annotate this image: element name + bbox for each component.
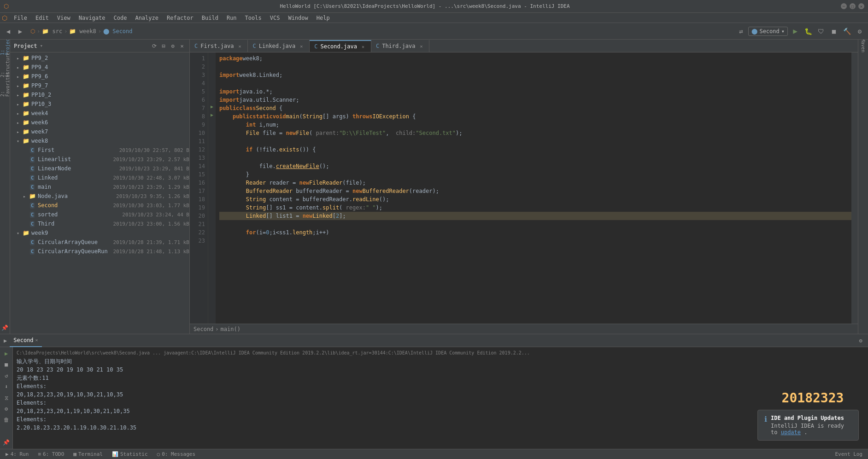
tree-item-week8[interactable]: ▾📁week8 xyxy=(10,136,189,145)
line-number-18: 18 xyxy=(190,195,208,203)
panel-settings-icon[interactable]: ⚙ xyxy=(169,42,176,50)
panel-dropdown-icon[interactable]: ▾ xyxy=(40,43,43,49)
tree-item-week9[interactable]: ▾📁week9 xyxy=(10,228,189,238)
tab-close-second[interactable]: ✕ xyxy=(360,43,366,50)
notification-update-link[interactable]: update xyxy=(781,429,801,436)
forward-button[interactable]: ▶ xyxy=(15,26,26,37)
run-restart-button[interactable]: ↺ xyxy=(2,371,11,380)
tree-item-linked[interactable]: CLinked2019/10/30 22:48, 3.07 kB xyxy=(10,173,189,182)
terminal-status-label: Terminal xyxy=(78,451,103,457)
project-tree: ▸📁PP9_2▸📁PP9_4▸📁PP9_6▸📁PP9_7▸📁PP10_2▸📁PP… xyxy=(10,52,189,334)
sync-icon[interactable]: ⇄ xyxy=(735,26,746,37)
maven-icon[interactable]: Maven xyxy=(859,41,868,50)
tab-second-java[interactable]: C Second.java ✕ xyxy=(310,40,371,52)
breadcrumb-project[interactable]: ⬡ xyxy=(30,28,35,35)
tree-item-circulararrayqueuerun[interactable]: CCircularArrayQueueRun2019/10/28 21:48, … xyxy=(10,247,189,256)
tree-item-week6[interactable]: ▸📁week6 xyxy=(10,118,189,127)
menu-analyze[interactable]: Analyze xyxy=(131,14,162,22)
tree-node-icon: 📁 xyxy=(22,64,29,71)
tab-close-linked[interactable]: ✕ xyxy=(298,43,305,49)
run-configuration[interactable]: ⬤ Second ▾ xyxy=(748,27,788,36)
tab-linked-java[interactable]: C Linked.java ✕ xyxy=(248,40,310,52)
sync-files-icon[interactable]: ⟳ xyxy=(151,42,158,50)
run-trash-button[interactable]: 🗑 xyxy=(2,415,11,424)
panel-hide-icon[interactable]: ✕ xyxy=(178,42,186,50)
run-with-coverage-button[interactable]: 🛡 xyxy=(815,26,827,37)
project-icon[interactable]: 1: Project xyxy=(1,41,9,50)
tree-item-week4[interactable]: ▸📁week4 xyxy=(10,109,189,118)
tab-close-third[interactable]: ✕ xyxy=(418,43,424,49)
tree-item-sorted[interactable]: Csorted2019/10/23 23:24, 44 B xyxy=(10,210,189,219)
run-pin-button[interactable]: 📌 xyxy=(2,438,11,447)
back-button[interactable]: ◀ xyxy=(3,26,14,37)
menu-code[interactable]: Code xyxy=(110,14,131,22)
structure-icon[interactable]: 2: Structure xyxy=(1,61,9,69)
menu-edit[interactable]: Edit xyxy=(32,14,53,22)
run-filter-button[interactable]: ⧖ xyxy=(2,393,11,402)
run-settings-icon[interactable]: ⚙ xyxy=(857,337,864,344)
tree-item-linearnode[interactable]: CLinearNode2019/10/23 23:29, 841 B xyxy=(10,164,189,173)
run-stop-button[interactable]: ■ xyxy=(2,360,11,369)
menu-file[interactable]: File xyxy=(10,14,31,22)
status-right: Event Log xyxy=(833,451,864,457)
collapse-all-icon[interactable]: ⊟ xyxy=(160,42,167,50)
tree-node-icon: 📁 xyxy=(22,54,29,62)
status-run[interactable]: ▶ 4: Run xyxy=(4,451,30,457)
menu-tools[interactable]: Tools xyxy=(241,14,265,22)
menu-run[interactable]: Run xyxy=(223,14,240,22)
editor-scrollbar[interactable] xyxy=(851,52,858,324)
code-editor[interactable]: 1234567891011121314151617181920212223 ▶▶… xyxy=(190,52,858,324)
menu-window[interactable]: Window xyxy=(284,14,311,22)
minimize-button[interactable]: ─ xyxy=(841,3,847,9)
menu-vcs[interactable]: VCS xyxy=(266,14,284,22)
tree-item-pp10-2[interactable]: ▸📁PP10_2 xyxy=(10,90,189,99)
status-messages[interactable]: ○ 0: Messages xyxy=(155,451,197,457)
tree-item-pp9-2[interactable]: ▸📁PP9_2 xyxy=(10,53,189,63)
tree-item-pp9-6[interactable]: ▸📁PP9_6 xyxy=(10,72,189,81)
status-event-log[interactable]: Event Log xyxy=(833,451,864,457)
maximize-button[interactable]: □ xyxy=(850,3,856,9)
tree-item-first[interactable]: CFirst2019/10/30 22:57, 802 B xyxy=(10,145,189,155)
tree-item-week7[interactable]: ▸📁week7 xyxy=(10,127,189,136)
status-terminal[interactable]: ▦ Terminal xyxy=(71,451,105,457)
menu-build[interactable]: Build xyxy=(198,14,222,22)
tree-item-main[interactable]: Cmain2019/10/23 23:29, 1.29 kB xyxy=(10,182,189,192)
tree-item-pp9-7[interactable]: ▸📁PP9_7 xyxy=(10,81,189,90)
tree-item-circulararrayqueue[interactable]: CCircularArrayQueue2019/10/28 21:39, 1.7… xyxy=(10,238,189,247)
tree-item-node-java[interactable]: ▸📁Node.java2019/10/23 9:35, 1.26 kB xyxy=(10,192,189,201)
tree-item-third[interactable]: CThird2019/10/23 23:00, 1.56 kB xyxy=(10,219,189,228)
favorites-icon[interactable]: 2: Favorites xyxy=(1,80,9,88)
run-tab-close[interactable]: ✕ xyxy=(35,337,38,343)
breadcrumb-week8[interactable]: 📁 week8 xyxy=(69,28,96,35)
tab-third-java[interactable]: C Third.java ✕ xyxy=(371,40,429,52)
status-statistic[interactable]: 📊 Statistic xyxy=(110,451,150,457)
breadcrumb-src[interactable]: 📁 src xyxy=(42,28,62,35)
tree-item-pp10-3[interactable]: ▸📁PP10_3 xyxy=(10,99,189,109)
build-button[interactable]: 🔨 xyxy=(841,26,852,37)
gutter-cell-9 xyxy=(208,119,216,127)
tree-item-pp9-4[interactable]: ▸📁PP9_4 xyxy=(10,63,189,72)
settings-button[interactable]: ⚙ xyxy=(854,26,865,37)
status-todo[interactable]: ≡ 6: TODO xyxy=(36,451,66,457)
tab-first-java[interactable]: C First.java ✕ xyxy=(190,40,248,52)
tree-item-second[interactable]: CSecond2019/10/30 23:03, 1.77 kB xyxy=(10,201,189,210)
tree-item-linearlist[interactable]: CLinearlist2019/10/23 23:29, 2.57 kB xyxy=(10,155,189,164)
code-content[interactable]: package week8; import week8.Linked; impo… xyxy=(216,52,851,324)
menu-navigate[interactable]: Navigate xyxy=(75,14,109,22)
run-button[interactable]: ▶ xyxy=(790,26,801,37)
run-green-button[interactable]: ▶ xyxy=(2,349,11,358)
run-tab-second[interactable]: Second ✕ xyxy=(10,334,41,347)
debug-button[interactable]: 🐛 xyxy=(803,26,814,37)
stop-button[interactable]: ■ xyxy=(828,26,839,37)
breadcrumb-second[interactable]: ⬤ Second xyxy=(103,28,133,35)
run-settings-btn[interactable]: ⚙ xyxy=(2,404,11,413)
tab-close-first[interactable]: ✕ xyxy=(236,43,243,49)
pin-icon[interactable]: 📌 xyxy=(1,324,9,332)
menu-help[interactable]: Help xyxy=(313,14,334,22)
todo-status-label: 6: TODO xyxy=(43,451,64,457)
menu-refactor[interactable]: Refactor xyxy=(163,14,197,22)
breadcrumb-arrow: › xyxy=(215,326,218,332)
close-button[interactable]: ✕ xyxy=(858,3,864,9)
run-scroll-end-button[interactable]: ⬇ xyxy=(2,382,11,391)
menu-view[interactable]: View xyxy=(53,14,74,22)
